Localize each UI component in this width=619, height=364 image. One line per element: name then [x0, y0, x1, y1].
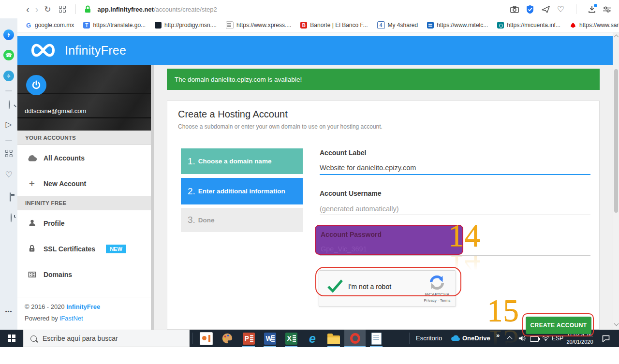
download-badge: [594, 4, 597, 7]
page-title: Create a Hosting Account: [178, 109, 288, 120]
action-center-icon[interactable]: [602, 335, 610, 342]
sidebar-footer: © 2016 - 2020 InfinityFree Powered by iF…: [17, 297, 154, 326]
running-indicator: [370, 346, 383, 348]
scrollbar-thumb[interactable]: [614, 69, 618, 213]
start-button[interactable]: [0, 330, 23, 347]
sidebar-item-domains[interactable]: Domains: [17, 262, 154, 287]
search-icon[interactable]: [9, 100, 10, 109]
4shared-favicon: 4: [377, 21, 385, 29]
my-flow-plane-icon[interactable]: ▷: [5, 119, 12, 130]
url-path: /accounts/create/step2: [154, 6, 217, 13]
back-icon[interactable]: ‹: [23, 4, 32, 14]
messenger-icon[interactable]: [3, 29, 14, 40]
speed-dial-grid-icon[interactable]: [5, 150, 13, 157]
screen: ‹ › ↻ app.infinityfree.net/accounts/crea…: [0, 0, 619, 364]
sidebar-item-profile[interactable]: Profile: [17, 210, 154, 236]
running-indicator: [285, 346, 297, 348]
divider: [409, 333, 410, 344]
bookmark-xpress[interactable]: https://www.xpress....: [226, 21, 291, 29]
privacy-terms-links[interactable]: Privacy - Terms: [419, 298, 456, 303]
search-placeholder: Escribe aquí para buscar: [43, 335, 118, 342]
prodigy-favicon: [155, 22, 162, 29]
bookmark-micuenta[interactable]: https://micuenta.inf...: [497, 22, 560, 29]
page-subtitle: Choose a subdomain or enter your own dom…: [178, 123, 383, 130]
bookmark-santander[interactable]: https://www.santan...: [570, 22, 619, 29]
section-infinity-free: INFINITY FREE: [17, 196, 154, 210]
taskbar-app-internet-explorer[interactable]: e: [302, 330, 323, 347]
address-bar[interactable]: app.infinityfree.net/accounts/create/ste…: [98, 6, 217, 13]
sidebar-settings-dots-icon[interactable]: •••: [5, 308, 13, 314]
paint-palette-icon: [221, 332, 234, 345]
opera-sidebar: ☎ ✈ ▷ ♡ •••: [0, 18, 17, 330]
url-host: app.infinityfree.net: [98, 6, 154, 13]
reload-icon[interactable]: ↻: [41, 5, 54, 14]
taskbar-search[interactable]: Escribe aquí para buscar: [23, 330, 190, 347]
taskbar-app-paint[interactable]: [217, 330, 238, 347]
bookmark-heart-icon[interactable]: ♡: [557, 4, 564, 15]
annotation-box-create-button: [522, 313, 594, 336]
personal-news-icon[interactable]: [10, 192, 11, 202]
battery-icon[interactable]: [530, 336, 539, 342]
easy-setup-sliders-icon[interactable]: [603, 6, 611, 13]
scroll-down-icon[interactable]: [614, 321, 619, 326]
banner-text: The domain danielito.epizy.com is availa…: [175, 76, 302, 83]
speed-dial-icon[interactable]: [59, 6, 66, 13]
taskbar-app-notepad[interactable]: [366, 330, 387, 347]
forward-icon[interactable]: ›: [32, 4, 42, 14]
snapshot-camera-icon[interactable]: [510, 6, 519, 13]
bookmark-google[interactable]: G google.com.mx: [25, 22, 74, 29]
bookmark-label: https://micuenta.inf...: [507, 22, 560, 29]
running-indicator: [327, 346, 340, 348]
word-icon: W: [264, 333, 276, 345]
desktop-toolbar-label[interactable]: Escritorio: [416, 330, 442, 347]
taskbar-app-word[interactable]: W: [259, 330, 280, 347]
bookmark-mitelcel[interactable]: https://www.mitelc...: [427, 22, 488, 29]
lock-icon: [26, 244, 38, 253]
telegram-icon[interactable]: ✈: [3, 71, 14, 81]
bookmark-label: https://www.xpress....: [236, 22, 291, 29]
taskbar-app-file-explorer[interactable]: [323, 330, 344, 347]
bookmark-label: https://www.mitelc...: [437, 22, 488, 29]
page-favicon: [226, 21, 234, 29]
taskbar-app-excel[interactable]: X: [280, 330, 302, 347]
whatsapp-icon[interactable]: ☎: [3, 50, 14, 60]
ifastnet-link[interactable]: iFastNet: [59, 315, 83, 322]
taskbar-app-powerpoint[interactable]: P: [238, 330, 259, 347]
infinityfree-link[interactable]: InfinityFree: [66, 303, 100, 310]
taskbar-app-opera[interactable]: [344, 330, 366, 347]
bookmark-prodigy[interactable]: http://prodigy.msn....: [155, 22, 217, 29]
send-flow-icon[interactable]: [541, 5, 550, 14]
scroll-up-icon[interactable]: [614, 35, 619, 40]
bookmark-4shared[interactable]: 4 My 4shared: [377, 21, 418, 29]
bookmark-banorte[interactable]: B Banorte | El Banco F...: [300, 22, 368, 29]
folder-icon: [327, 335, 340, 344]
bookmark-translate[interactable]: T https://translate.go...: [83, 22, 146, 29]
new-badge: NEW: [106, 245, 126, 253]
internet-explorer-icon: e: [309, 332, 316, 346]
item-label: New Account: [44, 180, 86, 188]
step-number: 1.: [188, 156, 195, 167]
taskbar-app-office-tool[interactable]: [195, 330, 217, 347]
step-number: 3.: [188, 215, 195, 225]
sidebar-item-new-account[interactable]: + New Account: [17, 171, 154, 196]
page-scrollbar[interactable]: [613, 32, 619, 330]
downloads-icon[interactable]: [588, 5, 596, 13]
person-icon: [26, 218, 38, 228]
account-label-input[interactable]: Website for danielito.epizy.com: [320, 164, 416, 172]
onedrive-cloud-icon[interactable]: [451, 335, 460, 341]
running-indicator: [344, 346, 366, 348]
bookmarks-heart-icon[interactable]: ♡: [5, 170, 12, 180]
account-label-label: Account Label: [320, 149, 366, 157]
sidebar-item-ssl-certificates[interactable]: SSL Certificates NEW: [17, 236, 154, 262]
running-indicator: [242, 346, 255, 348]
step-number: 2.: [188, 186, 195, 197]
history-clock-icon[interactable]: [11, 213, 12, 222]
onedrive-label[interactable]: OneDrive: [462, 330, 490, 347]
bookmark-label: http://prodigy.msn....: [164, 22, 217, 29]
divider: [5, 140, 12, 141]
sidebar-item-all-accounts[interactable]: All Accounts: [17, 145, 154, 171]
shield-check-icon[interactable]: [526, 5, 534, 14]
micuenta-favicon: [497, 22, 504, 29]
app-header: InfinityFree: [17, 36, 613, 65]
sidebar-scrollbar[interactable]: [151, 65, 154, 330]
